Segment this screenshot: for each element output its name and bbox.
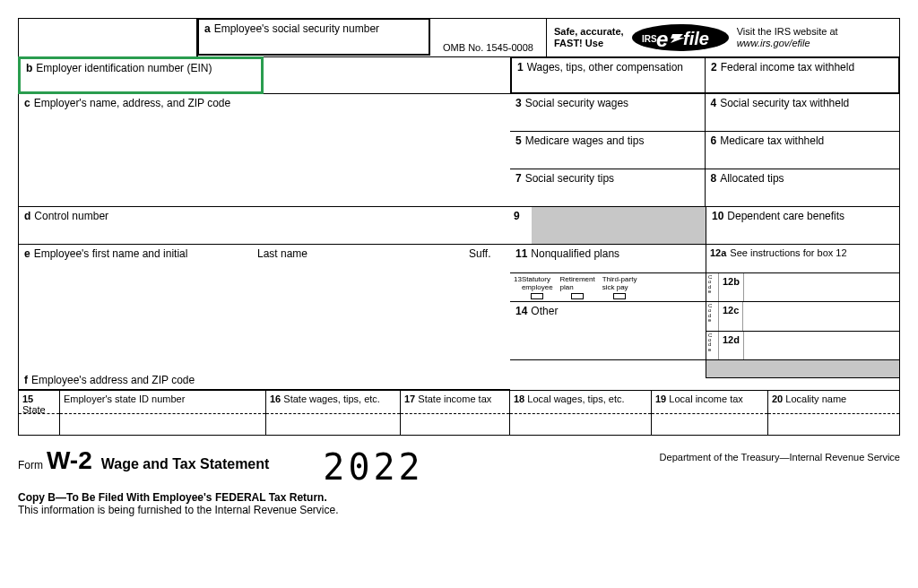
box-5: 5Medicare wages and tips <box>510 132 706 169</box>
box-9: 9 <box>510 207 706 244</box>
box-c-label: Employer's name, address, and ZIP code <box>34 97 231 109</box>
efile-safe: Safe, accurate, <box>554 26 624 38</box>
box-15-ein: Employer's state ID number <box>60 391 266 435</box>
box-6: 6Medicare tax withheld <box>706 132 900 169</box>
box-2: 2Federal income tax withheld <box>706 58 898 92</box>
box-20: 20 Locality name <box>768 391 899 435</box>
box-13: 13 Statutory employee Retirement plan Th… <box>510 273 706 301</box>
box-10: 10Dependent care benefits <box>706 207 899 244</box>
efile-visit: Visit the IRS website at <box>737 26 838 38</box>
box-c: cEmployer's name, address, and ZIP code <box>19 94 510 207</box>
right-column: 1Wages, tips, other compensation 2Federa… <box>510 57 899 390</box>
header-row: aEmployee's social security number OMB N… <box>18 18 900 57</box>
main-grid: bEmployer identification number (EIN) cE… <box>18 57 900 391</box>
box-16: 16 State wages, tips, etc. <box>266 391 401 435</box>
box-e: eEmployee's first name and initial Last … <box>19 245 510 390</box>
box-d: dControl number <box>19 207 510 245</box>
box-f-label: Employee's address and ZIP code <box>31 374 195 386</box>
box-19: 19 Local income tax <box>652 391 768 435</box>
checkbox-statutory[interactable] <box>531 293 543 299</box>
box-e-lastname: Last name <box>257 247 469 260</box>
svg-text:e: e <box>656 27 668 51</box>
box-b: bEmployer identification number (EIN) <box>18 56 264 94</box>
copy-b-title: Copy B—To Be Filed With Employee's FEDER… <box>18 491 900 504</box>
box-15-state: 15 State <box>19 391 60 435</box>
checkbox-retirement[interactable] <box>571 293 584 299</box>
box-11: 11Nonqualified plans <box>510 245 706 272</box>
omb-number: OMB No. 1545-0008 <box>430 19 547 56</box>
tax-year: 2022 <box>323 446 423 488</box>
box-e-firstname: Employee's first name and initial <box>34 247 188 260</box>
box-a-label: Employee's social security number <box>214 22 379 35</box>
box-8: 8Allocated tips <box>706 169 900 206</box>
gray-strip <box>706 360 899 378</box>
box-a: aEmployee's social security number <box>197 18 430 56</box>
box-7: 7Social security tips <box>510 169 706 206</box>
box-12a: 12aSee instructions for box 12 <box>706 245 899 272</box>
box-b-label: Employer identification number (EIN) <box>36 62 212 74</box>
header-blank <box>19 19 198 56</box>
department-line: Department of the Treasury—Internal Reve… <box>478 446 900 463</box>
box-12d: C o d e 12d <box>706 332 899 360</box>
checkbox-sickpay[interactable] <box>613 293 626 299</box>
copy-b-section: Copy B—To Be Filed With Employee's FEDER… <box>18 491 900 516</box>
efile-section: Safe, accurate, FAST! Use IRS e file Vis… <box>547 19 899 56</box>
form-word: Form <box>18 459 43 471</box>
left-column: bEmployer identification number (EIN) cE… <box>19 57 510 390</box>
svg-text:file: file <box>683 29 709 48</box>
box-e-suffix: Suff. <box>469 247 505 260</box>
box-3: 3Social security wages <box>510 94 706 131</box>
box-4: 4Social security tax withheld <box>706 94 900 131</box>
form-number: W-2 <box>47 446 92 475</box>
w2-form: aEmployee's social security number OMB N… <box>18 18 900 516</box>
efile-url: www.irs.gov/efile <box>737 38 838 49</box>
box-d-label: Control number <box>34 210 108 222</box>
efile-fast: FAST! Use <box>554 38 624 49</box>
box-18: 18 Local wages, tips, etc. <box>510 391 652 435</box>
box-12b: C o d e 12b <box>706 273 899 301</box>
form-title: Wage and Tax Statement <box>101 456 270 472</box>
box-1: 1Wages, tips, other compensation <box>512 58 706 92</box>
box-12c: C o d e 12c <box>706 302 899 332</box>
efile-logo-icon: IRS e file <box>631 23 730 52</box>
box-14: 14Other <box>510 302 706 359</box>
furnish-line: This information is being furnished to t… <box>18 504 900 516</box>
form-footer: Form W-2 Wage and Tax Statement 2022 Dep… <box>18 446 900 488</box>
box-f: fEmployee's address and ZIP code <box>24 260 505 386</box>
svg-text:IRS: IRS <box>642 34 657 44</box>
box-17: 17 State income tax <box>401 391 510 435</box>
state-local-row: 15 State Employer's state ID number 16 S… <box>18 391 900 436</box>
